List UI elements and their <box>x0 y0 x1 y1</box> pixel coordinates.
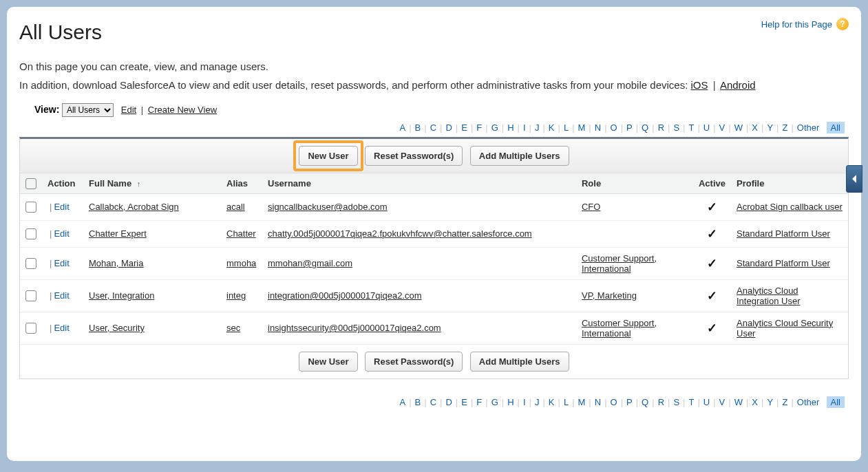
alpha-letter-v[interactable]: V <box>719 122 726 133</box>
username-link[interactable]: insightssecurity@00d5j0000017qiqea2.com <box>268 323 441 333</box>
alpha-letter-q[interactable]: Q <box>641 397 649 407</box>
alpha-letter-a[interactable]: A <box>399 122 407 133</box>
alpha-letter-p[interactable]: P <box>626 397 633 407</box>
alpha-letter-k[interactable]: K <box>548 122 555 133</box>
alpha-other[interactable]: Other <box>796 397 821 407</box>
full-name-link[interactable]: Callabck, Acrobat Sign <box>89 202 179 212</box>
alias-link[interactable]: mmoha <box>226 258 256 268</box>
alpha-letter-a[interactable]: A <box>399 397 407 407</box>
row-checkbox[interactable] <box>25 258 36 269</box>
alpha-letter-m[interactable]: M <box>578 122 586 133</box>
alpha-letter-z[interactable]: Z <box>781 397 788 407</box>
col-full-name[interactable]: Full Name ↑ <box>83 173 221 193</box>
edit-link[interactable]: Edit <box>54 290 69 301</box>
profile-link[interactable]: Standard Platform User <box>737 258 830 268</box>
alpha-letter-r[interactable]: R <box>657 122 665 133</box>
alpha-other[interactable]: Other <box>796 122 821 133</box>
alpha-letter-r[interactable]: R <box>657 397 665 407</box>
alpha-letter-s[interactable]: S <box>673 122 680 133</box>
side-collapse-tab[interactable] <box>846 165 862 193</box>
username-link[interactable]: integration@00d5j0000017qiqea2.com <box>268 290 422 301</box>
android-link[interactable]: Android <box>720 79 756 91</box>
row-checkbox[interactable] <box>25 228 36 239</box>
role-link[interactable]: VP, Marketing <box>582 290 637 301</box>
full-name-link[interactable]: User, Security <box>89 323 145 333</box>
create-view-link[interactable]: Create New View <box>148 105 217 115</box>
alpha-letter-g[interactable]: G <box>491 122 499 133</box>
alpha-letter-c[interactable]: C <box>430 397 437 407</box>
alpha-all[interactable]: All <box>827 122 845 133</box>
full-name-link[interactable]: Mohan, Maria <box>89 258 143 268</box>
alpha-letter-e[interactable]: E <box>461 122 468 133</box>
alpha-letter-d[interactable]: D <box>445 122 452 133</box>
help-link[interactable]: Help for this Page ? <box>761 18 849 30</box>
alpha-letter-l[interactable]: L <box>563 122 569 133</box>
alpha-letter-e[interactable]: E <box>461 397 468 407</box>
alpha-letter-y[interactable]: Y <box>766 122 774 133</box>
alpha-letter-d[interactable]: D <box>445 397 452 407</box>
new-user-button[interactable]: New User <box>299 352 357 372</box>
role-link[interactable]: CFO <box>582 202 600 212</box>
alpha-letter-i[interactable]: I <box>522 122 527 133</box>
edit-link[interactable]: Edit <box>54 228 69 239</box>
alpha-letter-w[interactable]: W <box>734 397 743 407</box>
alias-link[interactable]: Chatter <box>226 228 256 239</box>
alpha-letter-h[interactable]: H <box>507 397 514 407</box>
col-active[interactable]: Active <box>693 173 731 193</box>
username-link[interactable]: signcallbackuser@adobe.com <box>268 202 388 212</box>
alpha-all[interactable]: All <box>827 396 845 408</box>
alpha-letter-b[interactable]: B <box>414 122 422 133</box>
alpha-letter-p[interactable]: P <box>626 122 633 133</box>
alpha-letter-x[interactable]: X <box>751 397 759 407</box>
col-role[interactable]: Role <box>576 173 693 193</box>
reset-password-button[interactable]: Reset Password(s) <box>365 146 463 166</box>
alpha-letter-n[interactable]: N <box>594 122 602 133</box>
alpha-letter-o[interactable]: O <box>610 397 618 407</box>
alpha-letter-f[interactable]: F <box>476 397 483 407</box>
row-checkbox[interactable] <box>25 323 36 334</box>
alpha-letter-f[interactable]: F <box>476 122 483 133</box>
ios-link[interactable]: iOS <box>690 79 708 91</box>
alpha-letter-b[interactable]: B <box>414 397 422 407</box>
alpha-letter-z[interactable]: Z <box>781 122 788 133</box>
full-name-link[interactable]: Chatter Expert <box>89 228 147 239</box>
alpha-letter-l[interactable]: L <box>563 397 569 407</box>
alpha-letter-h[interactable]: H <box>507 122 514 133</box>
alpha-letter-u[interactable]: U <box>703 122 710 133</box>
alpha-letter-n[interactable]: N <box>594 397 602 407</box>
col-profile[interactable]: Profile <box>731 173 848 193</box>
alpha-letter-q[interactable]: Q <box>641 122 649 133</box>
alpha-letter-x[interactable]: X <box>751 122 759 133</box>
alpha-letter-k[interactable]: K <box>548 397 555 407</box>
edit-link[interactable]: Edit <box>54 323 69 333</box>
alpha-letter-c[interactable]: C <box>430 122 437 133</box>
row-checkbox[interactable] <box>25 290 36 301</box>
alpha-letter-o[interactable]: O <box>610 122 618 133</box>
add-multiple-users-button[interactable]: Add Multiple Users <box>470 352 569 372</box>
alpha-letter-i[interactable]: I <box>522 397 527 407</box>
edit-view-link[interactable]: Edit <box>121 105 136 115</box>
alpha-letter-m[interactable]: M <box>578 397 586 407</box>
row-checkbox[interactable] <box>25 202 36 213</box>
view-select[interactable]: All Users <box>62 103 114 117</box>
profile-link[interactable]: Analytics Cloud Integration User <box>737 286 801 306</box>
alpha-letter-g[interactable]: G <box>491 397 499 407</box>
profile-link[interactable]: Analytics Cloud Security User <box>737 318 833 339</box>
role-link[interactable]: Customer Support, International <box>582 318 657 339</box>
alpha-letter-u[interactable]: U <box>703 397 710 407</box>
col-username[interactable]: Username <box>262 173 576 193</box>
alpha-letter-w[interactable]: W <box>734 122 743 133</box>
alias-link[interactable]: acall <box>226 202 245 212</box>
reset-password-button[interactable]: Reset Password(s) <box>365 352 463 372</box>
profile-link[interactable]: Standard Platform User <box>737 228 830 239</box>
add-multiple-users-button[interactable]: Add Multiple Users <box>470 146 569 166</box>
col-alias[interactable]: Alias <box>221 173 262 193</box>
new-user-button[interactable]: New User <box>299 146 357 166</box>
alpha-letter-s[interactable]: S <box>673 397 680 407</box>
profile-link[interactable]: Acrobat Sign callback user <box>737 202 843 212</box>
alpha-letter-t[interactable]: T <box>688 397 695 407</box>
edit-link[interactable]: Edit <box>54 258 69 268</box>
edit-link[interactable]: Edit <box>54 202 69 212</box>
full-name-link[interactable]: User, Integration <box>89 290 154 301</box>
alpha-letter-t[interactable]: T <box>688 122 695 133</box>
